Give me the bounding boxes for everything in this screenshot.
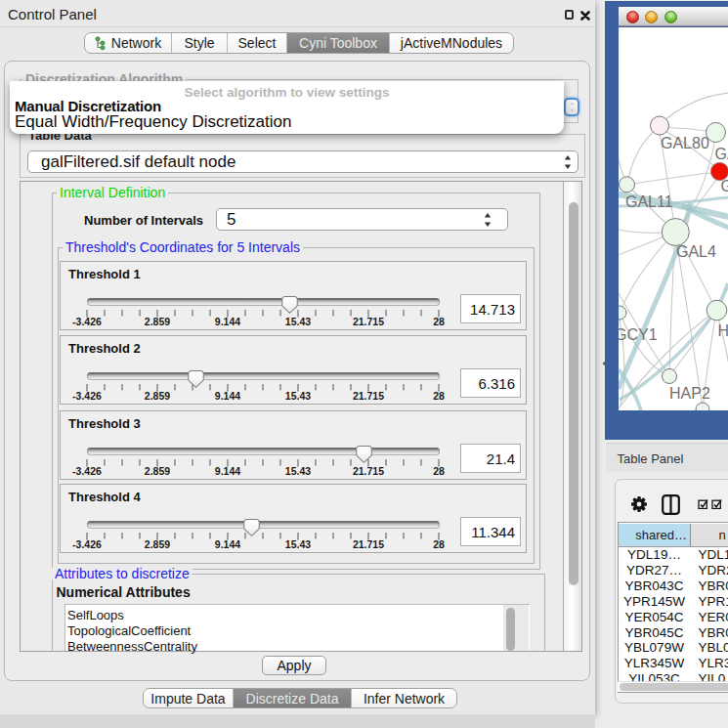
svg-text:GAL4: GAL4: [676, 243, 716, 260]
svg-text:GAL80: GAL80: [661, 135, 709, 151]
svg-text:HAP2: HAP2: [669, 385, 710, 402]
svg-text:H: H: [718, 322, 728, 339]
svg-text:GCY1: GCY1: [619, 326, 658, 343]
svg-text:G: G: [721, 178, 728, 194]
svg-text:GAL11: GAL11: [625, 193, 673, 210]
svg-text:GA: GA: [715, 146, 728, 162]
